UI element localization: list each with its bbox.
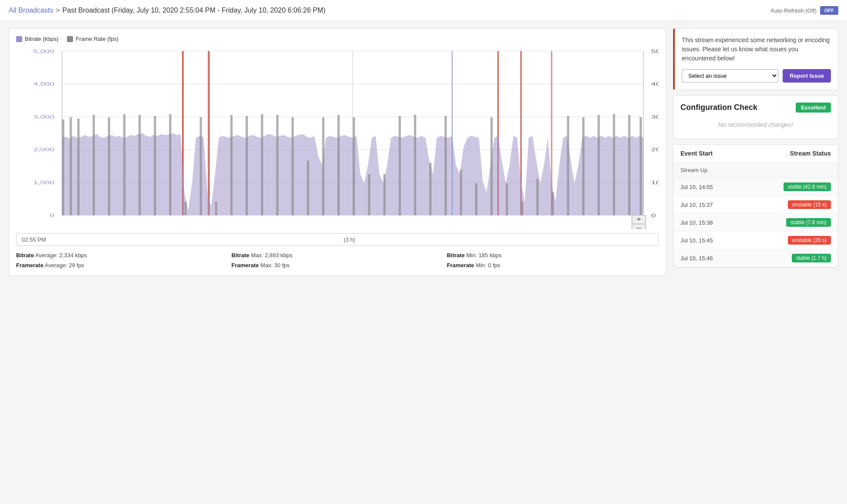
- svg-rect-32: [77, 119, 80, 216]
- legend-framerate-label: Frame Rate (fps): [76, 36, 118, 42]
- svg-rect-63: [552, 192, 554, 216]
- svg-rect-41: [215, 202, 217, 216]
- config-message: No recommended changes!: [680, 118, 831, 132]
- event-status-1: unstable (15 s): [788, 200, 831, 209]
- events-panel: Event Start Stream Status Stream Up Jul …: [673, 144, 838, 268]
- svg-rect-40: [200, 117, 202, 216]
- svg-rect-67: [613, 114, 615, 215]
- svg-text:20: 20: [651, 147, 659, 152]
- svg-text:50: 50: [651, 49, 659, 54]
- svg-rect-43: [246, 116, 248, 216]
- svg-rect-39: [184, 202, 187, 216]
- config-title: Configuration Check: [680, 103, 757, 112]
- breadcrumb-separator: >: [56, 7, 60, 14]
- config-header: Configuration Check Excellent: [680, 103, 831, 113]
- svg-rect-42: [230, 115, 233, 216]
- chart-legend: Bitrate (kbps) Frame Rate (fps): [16, 36, 659, 42]
- timeline-middle: (3 h): [343, 236, 355, 243]
- event-time-0: Jul 10, 14:55: [680, 184, 713, 190]
- event-row: Jul 10, 15:38 stable (7.8 min): [674, 214, 838, 232]
- event-status-4: stable (1.7 h): [792, 254, 831, 262]
- svg-rect-65: [582, 117, 584, 216]
- chart-panel: Bitrate (kbps) Frame Rate (fps): [9, 28, 666, 276]
- issue-description: This stream experienced some networking …: [682, 36, 831, 63]
- svg-rect-35: [123, 114, 125, 215]
- stat-framerate-max: Framerate Max: 30 fps: [231, 262, 443, 269]
- svg-rect-50: [353, 117, 355, 216]
- breadcrumb-current: Past Broadcast (Friday, July 10, 2020 2:…: [63, 7, 326, 14]
- event-time-1: Jul 10, 15:37: [680, 202, 713, 208]
- stat-framerate-avg: Framerate Average: 29 fps: [16, 262, 228, 269]
- svg-rect-34: [108, 117, 110, 216]
- stream-status-header: Stream Status: [790, 150, 831, 157]
- svg-rect-46: [291, 117, 293, 216]
- right-panel: This stream experienced some networking …: [673, 28, 838, 276]
- report-issue-button[interactable]: Report Issue: [783, 69, 831, 83]
- svg-rect-33: [93, 115, 95, 216]
- svg-rect-49: [337, 115, 340, 216]
- legend-bitrate: Bitrate (kbps): [16, 36, 58, 42]
- svg-text:1,000: 1,000: [33, 180, 55, 185]
- event-status-3: unstable (20 s): [788, 236, 831, 245]
- auto-refresh-toggle[interactable]: OFF: [820, 6, 838, 15]
- event-row: Jul 10, 15:45 unstable (20 s): [674, 232, 838, 249]
- page-header: All Broadcasts > Past Broadcast (Friday,…: [0, 0, 847, 21]
- stat-framerate-min: Framerate Min: 0 fps: [447, 262, 659, 269]
- svg-rect-36: [139, 115, 141, 216]
- svg-rect-62: [536, 179, 538, 216]
- breadcrumb-link-all-broadcasts[interactable]: All Broadcasts: [9, 7, 53, 14]
- svg-rect-51: [368, 174, 370, 216]
- svg-rect-57: [460, 170, 462, 216]
- event-time-2: Jul 10, 15:38: [680, 219, 713, 226]
- svg-text:2,000: 2,000: [33, 147, 55, 152]
- auto-refresh-label: Auto-Refresh (Off): [770, 7, 817, 14]
- issue-panel: This stream experienced some networking …: [673, 28, 838, 90]
- issue-select[interactable]: Select an issue Dropped frames Audio iss…: [682, 69, 778, 83]
- timeline-start: 02:55 PM: [22, 236, 46, 243]
- svg-text:3,000: 3,000: [33, 114, 55, 119]
- event-time-4: Jul 10, 15:46: [680, 255, 713, 262]
- svg-rect-30: [62, 119, 64, 216]
- svg-rect-38: [169, 114, 171, 215]
- svg-rect-31: [70, 117, 72, 216]
- svg-rect-69: [640, 117, 642, 216]
- svg-rect-61: [521, 202, 523, 216]
- event-row: Jul 10, 14:55 stable (42.8 min): [674, 178, 838, 196]
- main-content: Bitrate (kbps) Frame Rate (fps): [0, 21, 847, 283]
- stat-bitrate-max: Bitrate Max: 2,893 kbps: [231, 252, 443, 259]
- chart-area: 5,000 4,000 3,000 2,000 1,000 0 50 40 30…: [16, 46, 659, 229]
- svg-text:5,000: 5,000: [33, 49, 55, 54]
- auto-refresh-control: Auto-Refresh (Off) OFF: [770, 6, 838, 15]
- svg-text:30: 30: [651, 114, 659, 119]
- event-row: Jul 10, 15:37 unstable (15 s): [674, 196, 838, 214]
- svg-text:+: +: [636, 216, 642, 222]
- svg-rect-55: [429, 163, 431, 216]
- event-status-2: stable (7.8 min): [786, 218, 831, 227]
- stat-bitrate-min: Bitrate Min: 185 kbps: [447, 252, 659, 259]
- svg-rect-53: [399, 116, 401, 216]
- svg-rect-37: [154, 116, 156, 216]
- legend-framerate-icon: [67, 36, 73, 42]
- svg-rect-56: [444, 116, 447, 216]
- legend-framerate: Frame Rate (fps): [67, 36, 118, 42]
- event-status-0: stable (42.8 min): [784, 182, 831, 191]
- events-panel-container: Event Start Stream Status Stream Up Jul …: [673, 144, 838, 268]
- breadcrumb: All Broadcasts > Past Broadcast (Friday,…: [9, 7, 326, 14]
- svg-rect-52: [383, 174, 386, 216]
- svg-rect-44: [261, 114, 263, 215]
- svg-text:40: 40: [651, 81, 659, 86]
- legend-bitrate-icon: [16, 36, 22, 42]
- svg-rect-60: [506, 183, 508, 216]
- stream-up-row: Stream Up: [674, 162, 838, 178]
- svg-text:10: 10: [651, 180, 659, 185]
- events-table-header: Event Start Stream Status: [674, 145, 838, 162]
- config-check-panel: Configuration Check Excellent No recomme…: [673, 95, 838, 139]
- event-start-header: Event Start: [680, 150, 713, 157]
- chart-stats: Bitrate Average: 2,334 kbps Bitrate Max:…: [16, 252, 659, 269]
- svg-rect-66: [597, 115, 600, 216]
- stat-bitrate-avg: Bitrate Average: 2,334 kbps: [16, 252, 228, 259]
- issue-controls: Select an issue Dropped frames Audio iss…: [682, 69, 831, 83]
- svg-rect-64: [567, 116, 569, 216]
- timeline-bar: 02:55 PM (3 h): [16, 233, 659, 246]
- event-time-3: Jul 10, 15:45: [680, 237, 713, 244]
